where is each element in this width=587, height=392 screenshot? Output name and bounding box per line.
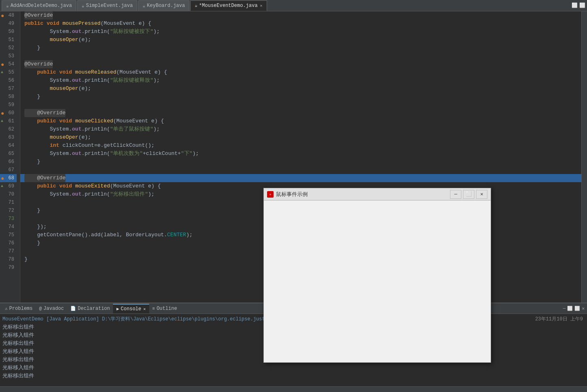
console-icon: ▶ [116, 306, 119, 311]
minimize-editor-icon[interactable]: ⬜ [572, 2, 578, 9]
tab-label-2: SimpleEvent.java [86, 3, 133, 9]
outline-icon: ≡ [152, 306, 155, 311]
java-window-controls: ─ ⬜ ✕ [450, 190, 487, 199]
code-line-61: public void mouseClicked(MouseEvent e) { [20, 117, 581, 125]
console-maximize2-icon[interactable]: ⬜ [574, 306, 580, 311]
code-line-62: System.out.println("单击了鼠标按键"); [20, 125, 581, 133]
console-line-6: 光标移入组件 [0, 364, 587, 372]
line-num-67: 67 [0, 166, 17, 174]
console-line-7: 光标移出组件 [0, 372, 587, 380]
line-num-68: ● 68 [0, 174, 17, 182]
line-num-69: ▲ 69 [0, 182, 17, 190]
console-close-icon[interactable]: ✕ [582, 306, 585, 311]
console-minimize-icon[interactable]: ─ [563, 306, 566, 311]
code-line-58: } [20, 93, 581, 101]
arrow-69: ▲ [1, 182, 3, 190]
tab-declaration[interactable]: 📄 Declaration [67, 304, 113, 314]
java-window-title: 鼠标事件示例 [276, 191, 450, 198]
code-line-53 [20, 52, 581, 60]
console-maximize-icon[interactable]: ⬜ [567, 306, 573, 311]
line-num-54: ● 54 [0, 60, 17, 68]
line-num-60: ● 60 [0, 109, 17, 117]
tab-javadoc[interactable]: @ Javadoc [36, 304, 67, 314]
code-line-48: @Override [20, 11, 581, 20]
line-num-70: 70 [0, 190, 17, 198]
console-timestamp: 23年11月10日 上午9 [535, 316, 587, 322]
breakpoint-60[interactable]: ● [1, 109, 4, 118]
tab-console-label: Console [121, 306, 141, 312]
tab-add-delete[interactable]: ☕ AddAndDeleteDemo.java [2, 0, 76, 11]
problems-icon: ⚠ [5, 306, 8, 311]
line-num-76: 76 [0, 239, 17, 247]
tab-keyboard[interactable]: ☕ KeyBoard.java [138, 0, 189, 11]
line-num-51: 51 [0, 36, 17, 44]
tab-close-button[interactable]: ✕ [260, 3, 263, 8]
java-window-maximize-button[interactable]: ⬜ [463, 190, 474, 199]
tab-bar: ☕ AddAndDeleteDemo.java ☕ SimpleEvent.ja… [0, 0, 587, 11]
tab-console[interactable]: ▶ Console ✕ [113, 304, 149, 314]
line-num-57: 57 [0, 85, 17, 93]
tab-outline-label: Outline [157, 306, 177, 311]
tab-label-1: AddAndDeleteDemo.java [11, 3, 72, 9]
breakpoint-68[interactable]: ● [1, 174, 4, 183]
breakpoint-48[interactable]: ● [1, 12, 4, 20]
code-line-64: int clickCount=e.getClickCount(); [20, 142, 581, 150]
line-num-73: 73 [0, 215, 17, 223]
tab-bar-controls: ⬜ ⬜ [572, 2, 587, 9]
line-num-49: 49 [0, 20, 17, 28]
java-app-window[interactable]: ☕ 鼠标事件示例 ─ ⬜ ✕ [263, 188, 491, 363]
console-tab-close[interactable]: ✕ [143, 307, 146, 311]
arrow-61: ▲ [1, 117, 3, 125]
tab-simple-event[interactable]: ☕ SimpleEvent.java [77, 0, 137, 11]
tab-outline[interactable]: ≡ Outline [149, 304, 180, 314]
console-path: MouseEventDemo [Java Application] D:\学习资… [0, 315, 273, 323]
bottom-scrollbar[interactable] [0, 386, 587, 392]
breakpoint-54[interactable]: ● [1, 61, 4, 69]
code-line-54: @Override [20, 60, 581, 68]
code-line-57: mouseOper(e); [20, 85, 581, 93]
tab-problems[interactable]: ⚠ Problems [2, 304, 36, 314]
vertical-scrollbar[interactable] [581, 11, 587, 303]
code-line-52: } [20, 44, 581, 52]
code-line-56: System.out.println("鼠标按键被释放"); [20, 76, 581, 85]
tab-javadoc-label: Javadoc [43, 306, 64, 311]
code-line-65: System.out.println("单机次数为"+clickCount+"下… [20, 150, 581, 158]
line-num-63: 63 [0, 133, 17, 142]
line-num-62: 62 [0, 125, 17, 133]
line-num-48: ● 48 [0, 11, 17, 20]
tab-declaration-label: Declaration [78, 306, 110, 311]
javadoc-icon: @ [39, 306, 42, 311]
line-num-75: 75 [0, 231, 17, 239]
java-window-titlebar: ☕ 鼠标事件示例 ─ ⬜ ✕ [264, 188, 491, 200]
maximize-editor-icon[interactable]: ⬜ [579, 2, 585, 9]
line-num-61: ▲ 61 [0, 117, 17, 125]
line-num-72: 72 [0, 207, 17, 215]
code-line-50: System.out.println("鼠标按键被按下"); [20, 28, 581, 36]
code-line-68: @Override [20, 174, 581, 182]
line-num-66: 66 [0, 158, 17, 166]
line-num-53: 53 [0, 52, 17, 60]
line-num-74: 74 [0, 223, 17, 231]
java-window-app-icon: ☕ [267, 191, 274, 198]
line-num-50: 50 [0, 28, 17, 36]
tab-mouse-event[interactable]: ☕ *MouseEventDemo.java ✕ [190, 0, 267, 11]
tab-label-4: *MouseEventDemo.java [199, 3, 258, 9]
line-num-58: 58 [0, 93, 17, 101]
line-num-55: ▲ 55 [0, 68, 17, 76]
line-num-79: 79 [0, 264, 17, 272]
tab-label-3: KeyBoard.java [147, 3, 185, 9]
java-window-close-button[interactable]: ✕ [476, 190, 487, 199]
annotation-override-48: @Override [24, 11, 53, 20]
java-file-icon-2: ☕ [82, 3, 85, 9]
java-file-icon-3: ☕ [143, 3, 146, 9]
code-line-59 [20, 101, 581, 109]
code-line-49: public void mousePressed(MouseEvent e) { [20, 20, 581, 28]
line-numbers: ● 48 49 50 51 52 53 ● 54 ▲ 55 56 57 58 5… [0, 11, 20, 303]
java-window-body [264, 200, 491, 362]
line-num-65: 65 [0, 150, 17, 158]
code-line-60: @Override [20, 109, 581, 117]
declaration-icon: 📄 [70, 306, 76, 311]
code-line-55: public void mouseReleased(MouseEvent e) … [20, 68, 581, 76]
java-window-minimize-button[interactable]: ─ [450, 190, 461, 199]
line-num-77: 77 [0, 247, 17, 255]
